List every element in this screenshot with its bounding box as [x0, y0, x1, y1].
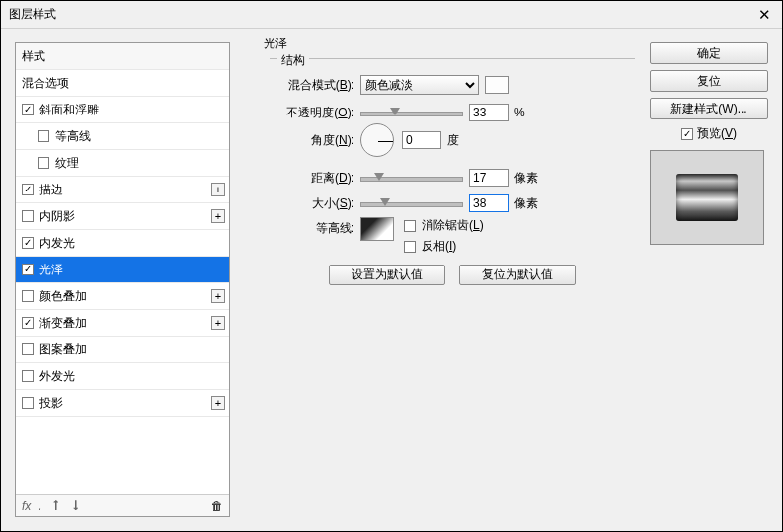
add-effect-icon[interactable]: + — [211, 289, 225, 303]
opacity-unit: % — [514, 106, 525, 119]
angle-label: 角度(N): — [270, 132, 360, 149]
ok-button[interactable]: 确定 — [650, 42, 768, 64]
add-effect-icon[interactable]: + — [211, 183, 225, 196]
cancel-button[interactable]: 复位 — [650, 70, 768, 92]
style-item-label: 图案叠加 — [39, 342, 87, 358]
style-checkbox[interactable] — [22, 210, 34, 222]
style-row-1[interactable]: 等高线 — [16, 123, 229, 150]
style-checkbox[interactable] — [22, 397, 34, 409]
style-item-label: 投影 — [39, 395, 63, 412]
add-effect-icon[interactable]: + — [211, 396, 225, 410]
style-checkbox[interactable] — [22, 237, 34, 249]
style-row-9[interactable]: 图案叠加 — [16, 337, 229, 363]
size-slider[interactable] — [360, 196, 463, 210]
style-checkbox[interactable] — [38, 157, 49, 169]
style-checkbox[interactable] — [22, 370, 34, 382]
angle-unit: 度 — [447, 132, 459, 149]
style-checkbox[interactable] — [22, 290, 34, 302]
distance-unit: 像素 — [514, 170, 538, 187]
close-icon[interactable]: ✕ — [754, 6, 774, 24]
add-effect-icon[interactable]: + — [211, 209, 225, 223]
style-checkbox[interactable] — [22, 104, 34, 115]
style-item-label: 颜色叠加 — [39, 288, 87, 305]
style-item-label: 光泽 — [39, 262, 63, 278]
invert-label: 反相(I) — [422, 238, 456, 255]
invert-checkbox[interactable] — [404, 241, 416, 253]
style-row-3[interactable]: 描边+ — [16, 177, 229, 203]
size-unit: 像素 — [514, 195, 538, 212]
style-row-6[interactable]: 光泽 — [16, 257, 229, 283]
style-item-label: 纹理 — [55, 155, 79, 172]
style-item-label: 描边 — [39, 182, 63, 198]
styles-header: 样式 — [16, 43, 229, 70]
distance-slider[interactable] — [360, 171, 463, 185]
opacity-label: 不透明度(O): — [270, 105, 360, 121]
angle-dial[interactable] — [360, 123, 394, 157]
down-icon[interactable]: 🠗 — [70, 499, 82, 513]
size-input[interactable] — [469, 194, 509, 212]
subgroup-title: 结构 — [277, 52, 309, 69]
blendmode-select[interactable]: 颜色减淡 — [360, 75, 479, 95]
style-row-4[interactable]: 内阴影+ — [16, 203, 229, 230]
preview-label: 预览(V) — [697, 125, 737, 142]
distance-label: 距离(D): — [270, 170, 360, 187]
up-icon[interactable]: 🠕 — [50, 499, 62, 513]
styles-panel: 样式混合选项斜面和浮雕等高线纹理描边+内阴影+内发光光泽颜色叠加+渐变叠加+图案… — [15, 42, 230, 517]
new-style-button[interactable]: 新建样式(W)... — [650, 98, 768, 119]
style-row-8[interactable]: 渐变叠加+ — [16, 310, 229, 337]
contour-label: 等高线: — [270, 217, 360, 237]
antialias-label: 消除锯齿(L) — [422, 217, 484, 234]
opacity-input[interactable] — [469, 104, 509, 121]
trash-icon[interactable]: 🗑 — [211, 499, 223, 513]
style-checkbox[interactable] — [22, 317, 34, 329]
antialias-checkbox[interactable] — [404, 220, 416, 232]
fx-icon[interactable]: fx — [22, 499, 31, 513]
blendmode-label: 混合模式(B): — [270, 77, 360, 94]
style-row-11[interactable]: 投影+ — [16, 390, 229, 417]
blend-options-row[interactable]: 混合选项 — [16, 70, 229, 97]
style-item-label: 内阴影 — [39, 208, 75, 225]
size-label: 大小(S): — [270, 195, 360, 212]
preview-box — [650, 150, 764, 245]
preview-thumbnail — [676, 174, 738, 221]
style-checkbox[interactable] — [22, 343, 34, 355]
add-effect-icon[interactable]: + — [211, 316, 225, 330]
style-item-label: 内发光 — [39, 235, 75, 252]
style-item-label: 外发光 — [39, 368, 75, 385]
angle-input[interactable] — [402, 131, 441, 149]
color-swatch[interactable] — [485, 76, 509, 94]
window-title: 图层样式 — [9, 6, 56, 23]
set-default-button[interactable]: 设置为默认值 — [329, 265, 445, 285]
contour-picker[interactable] — [360, 217, 394, 241]
style-row-7[interactable]: 颜色叠加+ — [16, 283, 229, 310]
style-checkbox[interactable] — [22, 264, 34, 275]
style-row-5[interactable]: 内发光 — [16, 230, 229, 257]
style-item-label: 等高线 — [55, 128, 91, 145]
group-title: 光泽 — [260, 36, 291, 52]
distance-input[interactable] — [469, 169, 509, 187]
style-checkbox[interactable] — [22, 184, 34, 195]
style-item-label: 斜面和浮雕 — [39, 102, 99, 118]
preview-checkbox[interactable] — [681, 128, 693, 140]
style-item-label: 渐变叠加 — [39, 315, 87, 332]
style-checkbox[interactable] — [38, 130, 49, 142]
style-row-0[interactable]: 斜面和浮雕 — [16, 97, 229, 123]
reset-default-button[interactable]: 复位为默认值 — [459, 265, 576, 285]
styles-toolbar: fx. 🠕 🠗 🗑 — [16, 494, 229, 516]
style-row-10[interactable]: 外发光 — [16, 363, 229, 390]
opacity-slider[interactable] — [360, 106, 463, 119]
style-row-2[interactable]: 纹理 — [16, 150, 229, 177]
